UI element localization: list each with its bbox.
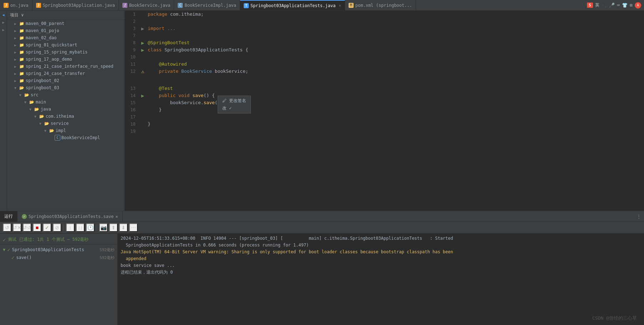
- sidebar-item-spring21case[interactable]: ▶ 📁 spring_21_case_interface_run_speed: [7, 63, 125, 70]
- edge-button-1[interactable]: ▶: [1, 12, 6, 19]
- sidebar-item-springboot02[interactable]: ▶ 📁 springboot_02: [7, 77, 125, 84]
- rerun-all-button[interactable]: ↺↺: [23, 223, 31, 232]
- skin-icon[interactable]: 👕: [622, 2, 628, 8]
- sidebar-item-service[interactable]: ▼ 📂 service: [7, 120, 125, 127]
- camera-button[interactable]: 📷: [99, 223, 108, 232]
- run-icon[interactable]: ▶: [141, 39, 144, 46]
- tree-item-label: spring_21_case_interface_run_speed: [26, 64, 113, 69]
- tab-bookserviceimpl[interactable]: C BookServiceImpl.java: [174, 0, 240, 10]
- tree-item-label: impl: [56, 128, 66, 133]
- rerun-button[interactable]: ↺: [3, 223, 11, 232]
- sogou-icon: S: [587, 2, 593, 8]
- sidebar-item-spring17aop[interactable]: ▶ 📁 spring_17_aop_demo: [7, 56, 125, 63]
- sort-button[interactable]: ↕: [66, 223, 75, 232]
- sidebar-item-spring24case[interactable]: ▶ 📁 spring_24_case_transfer: [7, 70, 125, 77]
- keyboard-icon[interactable]: ⌨: [617, 2, 620, 8]
- tree-item-label: maven_00_parent: [26, 21, 64, 26]
- collapse-arrow: ▶: [13, 79, 18, 83]
- test-status-text: 测试 已通过: 1共 1 个测试 – 592毫秒: [8, 237, 88, 243]
- rerun-failed-button[interactable]: ↺✕: [13, 223, 21, 232]
- code-line-1: 1 package com.itheima;: [125, 11, 644, 18]
- output-line-2: SpringbootApplicationTests in 0.666 seco…: [121, 242, 641, 249]
- sidebar-item-spring01quickstart[interactable]: ▶ 📁 spring_01_quickstart: [7, 41, 125, 49]
- test-pass-icon: ✓: [7, 247, 10, 253]
- tab-bookservice[interactable]: I BookService.java: [119, 0, 174, 10]
- tab-test-save-label: Springboot03ApplicationTests.save: [29, 214, 113, 219]
- sidebar-item-impl[interactable]: ▼ 📂 impl: [7, 127, 125, 134]
- tree-item-label: spring_17_aop_demo: [26, 57, 72, 62]
- run-icon[interactable]: ▶: [141, 46, 144, 54]
- file-tree-scroll[interactable]: ▶ 📁 maven_00_parent ▶ 📁 maven_01_pojo ▶ …: [7, 20, 125, 211]
- sidebar-item-maven02dao[interactable]: ▶ 📁 maven_02_dao: [7, 34, 125, 41]
- stop-button[interactable]: ■: [33, 223, 41, 232]
- warn-icon[interactable]: ⚠: [141, 68, 144, 75]
- rename-option-rename[interactable]: 改 ✓: [221, 105, 248, 112]
- test-tree-class-item[interactable]: ▼ ✓ Springboot03ApplicationTests 592毫秒: [0, 246, 117, 254]
- interface-icon: I: [122, 3, 127, 8]
- tools-icon[interactable]: ⊞: [630, 2, 633, 8]
- pass-icon: ✓: [3, 237, 6, 243]
- import-button[interactable]: ⬇: [119, 223, 128, 232]
- lang-indicator[interactable]: 英: [595, 2, 599, 8]
- folder-icon: 📂: [39, 113, 45, 119]
- collapse-arrow: ▼: [23, 100, 28, 104]
- tab-springboot03application[interactable]: J Springboot03Application.java: [32, 0, 119, 10]
- code-line-13-blank: 13 @Test: [125, 85, 644, 92]
- collapse-arrow: ▼: [28, 107, 33, 111]
- output-line-5: book service save ...: [121, 262, 641, 269]
- clock-button[interactable]: 🕐: [86, 223, 95, 232]
- avatar-icon[interactable]: A: [635, 2, 641, 9]
- run-icon[interactable]: ▶: [141, 92, 144, 99]
- test-tree-method-item[interactable]: ✓ save() 592毫秒: [0, 254, 117, 261]
- tab-test-close-button[interactable]: ✕: [115, 214, 118, 219]
- test-class-name: Springboot03ApplicationTests: [12, 247, 84, 252]
- edge-button-2[interactable]: ◀: [1, 20, 6, 26]
- collapse-arrow: ▼: [18, 93, 23, 97]
- export-button[interactable]: ⬆: [109, 223, 118, 232]
- sidebar-item-maven00parent[interactable]: ▶ 📁 maven_00_parent: [7, 20, 125, 27]
- tree-item-label: main: [36, 100, 46, 105]
- tab-run[interactable]: 运行: [0, 211, 17, 222]
- code-content[interactable]: 1 package com.itheima; 2 3 ▶ import ...: [125, 11, 644, 211]
- edge-button-3[interactable]: ◀: [1, 27, 6, 34]
- fold-icon[interactable]: ▶: [141, 25, 144, 32]
- sidebar-item-maven01pojo[interactable]: ▶ 📁 maven_01_pojo: [7, 27, 125, 34]
- collapse-arrow: ▶: [13, 29, 18, 33]
- toolbar-separator-1: [64, 224, 64, 231]
- folder-icon: 📁: [19, 78, 25, 83]
- output-line-3: Java HotSpot(TM) 64-Bit Server VM warnin…: [121, 249, 641, 255]
- rename-option-change-signature[interactable]: 🖊 更改签名: [221, 97, 248, 104]
- tree-item-label: spring_24_case_transfer: [26, 71, 85, 76]
- bottom-toolbar: ↺ ↺✕ ↺↺ ■ ✓ ⊘ ↕ ↕↕ 🕐 📷 ⬆ ⬇ ⋯: [0, 222, 644, 234]
- tab-label: pom.xml (springboot...: [355, 3, 412, 8]
- folder-icon: 📁: [19, 64, 25, 69]
- more-actions-icon[interactable]: ⋮: [637, 214, 641, 219]
- sidebar-item-springboot03[interactable]: ▼ 📂 springboot_03: [7, 84, 125, 91]
- sidebar-item-main[interactable]: ▼ 📂 main: [7, 98, 125, 106]
- filter-button[interactable]: ↕↕: [76, 223, 85, 232]
- tab-springboot03applicationtests[interactable]: T Springboot03ApplicationTests.java ✕: [240, 0, 345, 10]
- mic-icon[interactable]: 🎤: [609, 2, 615, 8]
- sidebar-item-bookserviceimpl[interactable]: C BookServiceImpl: [7, 134, 125, 141]
- tab-pomxml[interactable]: M pom.xml (springboot...: [345, 0, 416, 10]
- code-line-18: 18 }: [125, 121, 644, 128]
- close-button[interactable]: ⊘: [53, 223, 61, 232]
- folder-icon: 📂: [49, 128, 55, 133]
- sidebar-item-src[interactable]: ▼ 📂 src: [7, 91, 125, 98]
- tab-on-java[interactable]: J on.java: [0, 0, 32, 10]
- tab-test-save[interactable]: ✓ Springboot03ApplicationTests.save ✕: [17, 211, 123, 222]
- tab-label: on.java: [10, 3, 29, 8]
- sidebar-item-spring15mybatis[interactable]: ▶ 📁 spring_15_spring_mybatis: [7, 49, 125, 56]
- tree-item-label: maven_02_dao: [26, 35, 57, 40]
- collapse-arrow: ▼: [43, 129, 48, 133]
- output-line-7: 进程已结束，退出代码为 0: [121, 269, 641, 276]
- tree-item-label: maven_01_pojo: [26, 28, 59, 33]
- more-button[interactable]: ⋯: [129, 223, 138, 232]
- watermark: CSDN @曾经的三心草: [592, 315, 637, 321]
- output-area[interactable]: 2024-12-05T16:51:33.615+08:00 INFO 14904…: [118, 234, 644, 325]
- check-button[interactable]: ✓: [43, 223, 51, 232]
- sidebar-item-java[interactable]: ▼ 📂 java: [7, 106, 125, 113]
- tab-close-button[interactable]: ✕: [339, 3, 341, 8]
- collapse-arrow: ▶: [13, 50, 18, 54]
- sidebar-item-com-itheima[interactable]: ▼ 📂 com.itheima: [7, 113, 125, 120]
